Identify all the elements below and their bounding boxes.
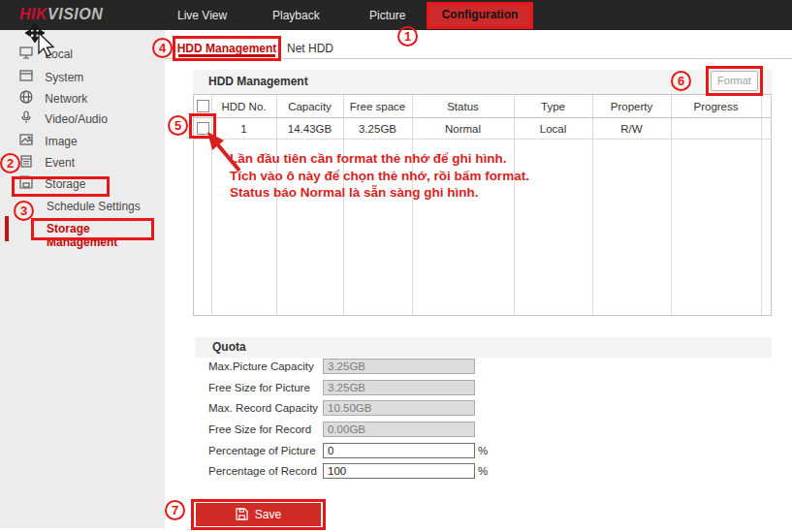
annotation-box-format	[706, 66, 763, 96]
nav-live-view[interactable]: Live View	[177, 9, 227, 22]
sidebar-item-label: Image	[45, 135, 77, 148]
hikvision-web-ui: HIKVISION Live View Playback Picture Con…	[0, 0, 792, 532]
percent-sign: %	[478, 463, 488, 479]
sidebar-item-image[interactable]: Image	[19, 133, 160, 150]
sidebar: Local System Network Video/Audio Image E…	[0, 30, 165, 528]
cell-property: R/W	[592, 118, 671, 139]
sidebar-item-system[interactable]: System	[19, 69, 160, 86]
window-icon	[19, 69, 33, 85]
max-picture-capacity-field	[323, 359, 475, 374]
globe-icon	[19, 90, 33, 107]
logo-vision: VISION	[48, 6, 103, 22]
sidebar-item-network[interactable]: Network	[19, 90, 160, 108]
tutorial-note-line: Lần đầu tiên cần format thẻ nhớ để ghi h…	[230, 150, 647, 168]
percent-sign: %	[478, 443, 488, 458]
tab-hdd-management-label: HDD Management	[175, 42, 278, 55]
nav-configuration[interactable]: Configuration	[427, 2, 533, 29]
step-circle-2: 2	[0, 153, 20, 173]
quota-label: Percentage of Picture	[208, 443, 325, 458]
tab-net-hdd[interactable]: Net HDD	[287, 42, 333, 55]
picture-icon	[19, 133, 33, 149]
table-row: 1 14.43GB 3.25GB Normal Local R/W	[194, 118, 771, 140]
free-size-record-field	[323, 422, 475, 437]
col-capacity: Capacity	[276, 95, 343, 117]
nav-playback[interactable]: Playback	[272, 9, 320, 22]
col-free-space: Free space	[343, 95, 412, 117]
select-all-checkbox[interactable]	[197, 100, 209, 112]
sidebar-item-event[interactable]: Event	[19, 154, 160, 172]
col-progress: Progress	[671, 95, 761, 117]
sidebar-item-label: Event	[45, 156, 75, 170]
cell-progress	[671, 118, 761, 139]
percentage-picture-field[interactable]	[323, 443, 475, 458]
percentage-record-field[interactable]	[323, 463, 475, 479]
active-tab-underline	[178, 54, 275, 57]
step-circle-7: 7	[165, 500, 185, 520]
quota-section-title: Quota	[195, 337, 772, 358]
quota-label: Free Size for Record	[208, 422, 325, 437]
annotation-box-storage	[12, 176, 110, 197]
mouse-cursor-icon	[25, 23, 58, 58]
microphone-icon	[19, 110, 33, 127]
step-circle-3: 3	[14, 201, 34, 221]
cell-capacity: 14.43GB	[276, 118, 343, 139]
step-circle-6: 6	[671, 71, 691, 91]
quota-label: Percentage of Record	[208, 463, 325, 479]
sidebar-item-label: Video/Audio	[45, 112, 108, 126]
cell-type: Local	[514, 118, 592, 139]
top-bar: HIKVISION Live View Playback Picture	[0, 0, 792, 30]
tutorial-note-line: Status báo Normal là sẵn sàng ghi hình.	[230, 184, 647, 202]
col-status: Status	[412, 95, 514, 117]
nav-picture[interactable]: Picture	[369, 9, 405, 22]
calendar-icon	[19, 154, 33, 171]
annotation-box-save	[191, 499, 326, 530]
col-type: Type	[514, 95, 592, 117]
sidebar-item-schedule-settings[interactable]: Schedule Settings	[47, 200, 163, 213]
tutorial-note: Lần đầu tiên cần format thẻ nhớ để ghi h…	[230, 150, 647, 202]
hikvision-logo: HIKVISION	[19, 6, 103, 23]
hdd-table: HDD No. Capacity Free space Status Type …	[193, 94, 772, 316]
tab-hdd-management[interactable]: HDD Management	[173, 36, 281, 61]
quota-label: Max. Record Capacity	[208, 400, 325, 416]
table-header-row: HDD No. Capacity Free space Status Type …	[194, 95, 771, 118]
selected-item-indicator	[5, 216, 9, 241]
quota-label: Max.Picture Capacity	[208, 359, 325, 374]
step-circle-4: 4	[152, 38, 173, 58]
sidebar-item-video-audio[interactable]: Video/Audio	[19, 110, 160, 128]
col-property: Property	[592, 95, 671, 117]
quota-label: Free Size for Picture	[208, 380, 325, 395]
step-circle-1: 1	[397, 26, 418, 47]
col-hdd-no: HDD No.	[211, 95, 276, 117]
logo-hik: HIK	[19, 6, 48, 22]
tutorial-note-line: Tích vào ô này để chọn thẻ nhớ, rồi bấm …	[230, 168, 647, 185]
sidebar-item-label: System	[45, 71, 83, 84]
free-size-picture-field	[323, 380, 475, 395]
annotation-box-storage-management	[31, 218, 154, 240]
cell-status: Normal	[412, 118, 514, 139]
sidebar-item-label: Network	[45, 92, 87, 106]
step-circle-5: 5	[168, 115, 188, 136]
max-record-capacity-field	[323, 400, 475, 416]
cell-free-space: 3.25GB	[343, 118, 412, 139]
